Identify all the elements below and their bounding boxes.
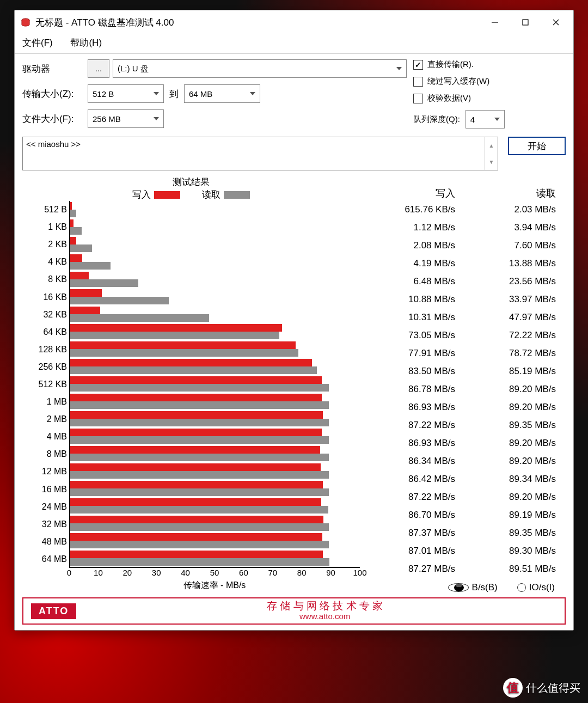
drive-select[interactable]: (L:) U 盘 (113, 59, 407, 78)
to-label: 到 (169, 88, 179, 100)
x-tick: 0 (67, 568, 71, 577)
y-tick: 512 B (22, 201, 67, 218)
values-row: 4.19 MB/s13.88 MB/s (364, 255, 566, 273)
values-row: 77.91 MB/s78.72 MB/s (364, 345, 566, 363)
value-write: 10.31 MB/s (364, 312, 465, 323)
menu-file[interactable]: 文件(F) (22, 36, 53, 49)
y-tick: 2 KB (22, 236, 67, 253)
x-tick: 70 (268, 568, 277, 577)
transfer-size-from-select[interactable]: 512 B (88, 84, 164, 103)
x-tick: 20 (122, 568, 132, 577)
maximize-button[interactable] (510, 10, 541, 34)
bar-write (70, 237, 76, 244)
start-button[interactable]: 开始 (508, 137, 566, 155)
bar-group (70, 393, 360, 410)
bar-read (70, 436, 329, 444)
menubar: 文件(F) 帮助(H) (15, 34, 573, 53)
value-write: 83.50 MB/s (364, 366, 465, 377)
values-row: 86.78 MB/s89.20 MB/s (364, 381, 566, 399)
bar-write (70, 533, 322, 541)
bar-group (70, 427, 360, 445)
bar-group (70, 375, 360, 393)
bar-read (70, 558, 329, 566)
bar-read (70, 210, 76, 217)
bar-write (70, 429, 322, 436)
bar-group (70, 532, 360, 549)
chart-x-ticks: 0102030405060708090100 (69, 568, 360, 579)
value-read: 89.35 MB/s (465, 528, 566, 539)
bar-write (70, 481, 323, 488)
bar-group (70, 271, 360, 288)
values-header: 写入 读取 (364, 176, 566, 201)
footer-text: 存 储 与 网 络 技 术 专 家 www.atto.com (93, 601, 557, 621)
bar-group (70, 358, 360, 375)
svg-rect-2 (523, 20, 528, 25)
spinner[interactable]: ▲▼ (485, 137, 498, 170)
bar-write (70, 359, 312, 366)
chevron-down-icon[interactable]: ▼ (485, 154, 498, 170)
value-write: 86.42 MB/s (364, 474, 465, 485)
titlebar[interactable]: 无标题 - ATTO 磁盘基准测试 4.00 (15, 10, 573, 34)
drive-browse-button[interactable]: ... (88, 59, 109, 78)
y-tick: 4 KB (22, 253, 67, 271)
values-row: 83.50 MB/s85.19 MB/s (364, 363, 566, 381)
chart-x-label: 传输速率 - MB/s (69, 580, 360, 591)
values-row: 87.22 MB/s89.20 MB/s (364, 488, 566, 506)
description-input[interactable]: << miaoshu >> ▲▼ (22, 137, 498, 170)
chart-y-labels: 512 B1 KB2 KB4 KB8 KB16 KB32 KB64 KB128 … (22, 201, 69, 568)
bar-read (70, 297, 169, 304)
y-tick: 32 KB (22, 306, 67, 323)
bar-write (70, 272, 89, 279)
chevron-up-icon[interactable]: ▲ (485, 137, 498, 154)
transfer-size-to-select[interactable]: 64 MB (184, 84, 260, 103)
bar-group (70, 515, 360, 532)
bar-group (70, 445, 360, 462)
checkbox-icon: ✓ (413, 60, 423, 70)
values-row: 87.37 MB/s89.35 MB/s (364, 524, 566, 542)
file-size-label: 文件大小(F): (22, 113, 88, 125)
close-button[interactable] (541, 10, 571, 34)
x-tick: 10 (94, 568, 103, 577)
bypass-cache-checkbox[interactable]: 绕过写入缓存(W) (413, 76, 566, 87)
value-write: 86.93 MB/s (364, 402, 465, 413)
x-tick: 90 (326, 568, 335, 577)
bar-read (70, 244, 92, 252)
value-write: 615.76 KB/s (364, 204, 465, 215)
value-read: 3.94 MB/s (465, 222, 566, 233)
value-write: 1.12 MB/s (364, 222, 465, 233)
value-read: 89.20 MB/s (465, 492, 566, 503)
value-read: 72.22 MB/s (465, 330, 566, 341)
direct-io-checkbox[interactable]: ✓直接传输(R). (413, 59, 566, 70)
chart-plot (69, 201, 360, 568)
values-row: 73.05 MB/s72.22 MB/s (364, 327, 566, 345)
queue-depth-select[interactable]: 4 (465, 110, 505, 129)
bar-group (70, 236, 360, 253)
values-row: 87.22 MB/s89.35 MB/s (364, 416, 566, 434)
value-read: 89.20 MB/s (465, 384, 566, 395)
unit-ios-radio[interactable]: IO/s(I) (517, 582, 555, 593)
values-row: 86.42 MB/s89.34 MB/s (364, 470, 566, 488)
values-row: 86.70 MB/s89.19 MB/s (364, 506, 566, 524)
values-row: 86.34 MB/s89.20 MB/s (364, 452, 566, 470)
verify-checkbox[interactable]: 校验数据(V) (413, 93, 566, 103)
minimize-button[interactable] (480, 10, 510, 34)
checkbox-icon (413, 77, 423, 87)
values-row: 1.12 MB/s3.94 MB/s (364, 219, 566, 237)
value-read: 2.03 MB/s (465, 204, 566, 215)
value-write: 86.78 MB/s (364, 384, 465, 395)
x-tick: 30 (152, 568, 161, 577)
bar-write (70, 254, 82, 262)
value-read: 89.20 MB/s (465, 456, 566, 467)
values-row: 87.27 MB/s89.51 MB/s (364, 560, 566, 578)
file-size-select[interactable]: 256 MB (88, 109, 164, 128)
unit-bs-radio[interactable]: B/s(B) (448, 582, 498, 593)
bar-read (70, 262, 111, 270)
bar-write (70, 411, 323, 419)
legend-swatch-read (224, 191, 250, 199)
bar-read (70, 227, 82, 235)
bar-write (70, 341, 296, 349)
bar-read (70, 366, 317, 374)
menu-help[interactable]: 帮助(H) (70, 36, 102, 49)
value-write: 86.70 MB/s (364, 510, 465, 521)
x-tick: 50 (210, 568, 219, 577)
